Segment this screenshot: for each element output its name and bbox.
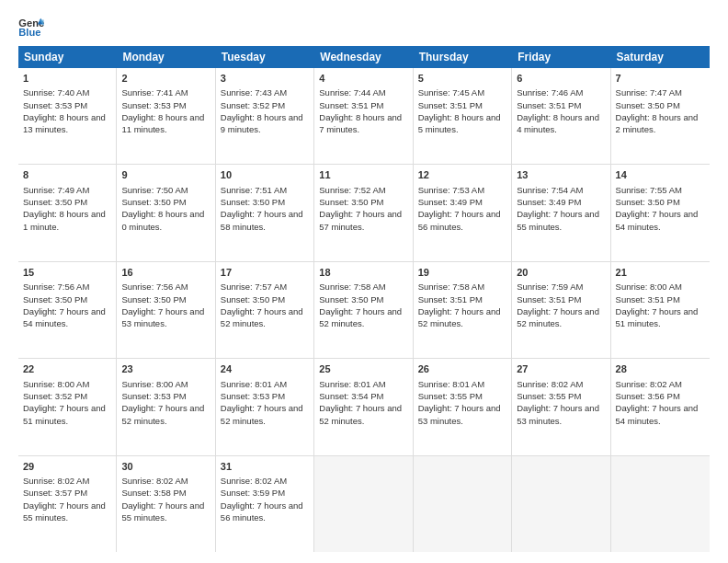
sunrise-info: Sunrise: 7:43 AM — [221, 86, 309, 98]
daylight-label: Daylight: 8 hours and 13 minutes. — [23, 111, 111, 136]
day-cell-28: 28Sunrise: 8:02 AMSunset: 3:56 PMDayligh… — [611, 359, 710, 454]
header-day-thursday: Thursday — [414, 46, 512, 68]
daylight-label: Daylight: 7 hours and 56 minutes. — [221, 500, 309, 524]
day-cell-5: 5Sunrise: 7:45 AMSunset: 3:51 PMDaylight… — [414, 68, 512, 164]
day-number: 30 — [121, 460, 210, 474]
sunset-info: Sunset: 3:51 PM — [418, 99, 506, 111]
daylight-label: Daylight: 7 hours and 53 minutes. — [418, 402, 506, 427]
day-cell-17: 17Sunrise: 7:57 AMSunset: 3:50 PMDayligh… — [216, 262, 314, 358]
day-number: 1 — [23, 72, 111, 86]
sunset-info: Sunset: 3:49 PM — [418, 196, 506, 208]
sunset-info: Sunset: 3:55 PM — [418, 390, 506, 402]
sunset-info: Sunset: 3:50 PM — [319, 196, 407, 208]
logo: General Blue — [18, 17, 44, 39]
empty-cell — [512, 456, 610, 552]
sunset-info: Sunset: 3:50 PM — [23, 196, 111, 208]
day-cell-11: 11Sunrise: 7:52 AMSunset: 3:50 PMDayligh… — [314, 165, 413, 260]
day-cell-16: 16Sunrise: 7:56 AMSunset: 3:50 PMDayligh… — [117, 262, 215, 358]
sunset-info: Sunset: 3:50 PM — [616, 196, 705, 208]
daylight-label: Daylight: 8 hours and 1 minute. — [23, 208, 111, 233]
day-number: 5 — [418, 72, 506, 86]
calendar-body: 1Sunrise: 7:40 AMSunset: 3:53 PMDaylight… — [18, 68, 710, 552]
calendar-row-3: 15Sunrise: 7:56 AMSunset: 3:50 PMDayligh… — [18, 262, 710, 359]
calendar-row-5: 29Sunrise: 8:02 AMSunset: 3:57 PMDayligh… — [18, 456, 710, 552]
day-cell-9: 9Sunrise: 7:50 AMSunset: 3:50 PMDaylight… — [117, 165, 215, 260]
day-number: 18 — [319, 266, 407, 280]
day-cell-6: 6Sunrise: 7:46 AMSunset: 3:51 PMDaylight… — [512, 68, 610, 164]
calendar-row-4: 22Sunrise: 8:00 AMSunset: 3:52 PMDayligh… — [18, 359, 710, 455]
daylight-label: Daylight: 7 hours and 52 minutes. — [319, 305, 407, 330]
sunset-info: Sunset: 3:55 PM — [517, 390, 605, 402]
sunrise-info: Sunrise: 7:54 AM — [517, 184, 605, 196]
day-number: 28 — [616, 362, 705, 376]
sunrise-info: Sunrise: 7:52 AM — [319, 184, 407, 196]
sunrise-info: Sunrise: 7:55 AM — [616, 184, 705, 196]
sunrise-info: Sunrise: 8:02 AM — [517, 378, 605, 390]
day-number: 14 — [616, 168, 705, 182]
sunrise-info: Sunrise: 7:53 AM — [418, 184, 506, 196]
daylight-label: Daylight: 7 hours and 55 minutes. — [121, 500, 210, 524]
sunrise-info: Sunrise: 8:01 AM — [418, 378, 506, 390]
sunrise-info: Sunrise: 7:56 AM — [23, 281, 111, 293]
daylight-label: Daylight: 8 hours and 4 minutes. — [517, 111, 605, 136]
sunset-info: Sunset: 3:51 PM — [319, 99, 407, 111]
sunset-info: Sunset: 3:58 PM — [121, 487, 210, 499]
daylight-label: Daylight: 8 hours and 0 minutes. — [121, 208, 210, 233]
daylight-label: Daylight: 7 hours and 51 minutes. — [616, 305, 705, 330]
day-cell-12: 12Sunrise: 7:53 AMSunset: 3:49 PMDayligh… — [414, 165, 512, 260]
day-number: 29 — [23, 460, 111, 474]
day-number: 6 — [517, 72, 605, 86]
calendar: SundayMondayTuesdayWednesdayThursdayFrid… — [18, 46, 710, 552]
sunrise-info: Sunrise: 8:02 AM — [616, 378, 705, 390]
day-number: 8 — [23, 168, 111, 182]
day-number: 15 — [23, 266, 111, 280]
day-cell-3: 3Sunrise: 7:43 AMSunset: 3:52 PMDaylight… — [216, 68, 314, 164]
day-number: 19 — [418, 266, 506, 280]
day-number: 26 — [418, 362, 506, 376]
sunrise-info: Sunrise: 7:51 AM — [221, 184, 309, 196]
day-number: 7 — [616, 72, 705, 86]
header-day-saturday: Saturday — [611, 46, 710, 68]
sunset-info: Sunset: 3:53 PM — [121, 390, 210, 402]
sunset-info: Sunset: 3:50 PM — [23, 293, 111, 305]
day-cell-29: 29Sunrise: 8:02 AMSunset: 3:57 PMDayligh… — [18, 456, 117, 552]
calendar-row-1: 1Sunrise: 7:40 AMSunset: 3:53 PMDaylight… — [18, 68, 710, 165]
sunset-info: Sunset: 3:53 PM — [121, 99, 210, 111]
day-number: 27 — [517, 362, 605, 376]
sunrise-info: Sunrise: 7:56 AM — [121, 281, 210, 293]
sunrise-info: Sunrise: 8:02 AM — [221, 475, 309, 487]
day-cell-27: 27Sunrise: 8:02 AMSunset: 3:55 PMDayligh… — [512, 359, 610, 454]
empty-cell — [414, 456, 512, 552]
day-number: 21 — [616, 266, 705, 280]
sunrise-info: Sunrise: 8:00 AM — [616, 281, 705, 293]
day-cell-13: 13Sunrise: 7:54 AMSunset: 3:49 PMDayligh… — [512, 165, 610, 260]
sunrise-info: Sunrise: 7:40 AM — [23, 86, 111, 98]
sunset-info: Sunset: 3:50 PM — [121, 293, 210, 305]
sunrise-info: Sunrise: 7:58 AM — [418, 281, 506, 293]
day-cell-22: 22Sunrise: 8:00 AMSunset: 3:52 PMDayligh… — [18, 359, 117, 454]
logo-icon: General Blue — [18, 17, 44, 39]
sunset-info: Sunset: 3:52 PM — [23, 390, 111, 402]
day-cell-14: 14Sunrise: 7:55 AMSunset: 3:50 PMDayligh… — [611, 165, 710, 260]
header-day-monday: Monday — [117, 46, 215, 68]
sunset-info: Sunset: 3:51 PM — [616, 293, 705, 305]
sunrise-info: Sunrise: 7:44 AM — [319, 86, 407, 98]
day-number: 20 — [517, 266, 605, 280]
day-cell-24: 24Sunrise: 8:01 AMSunset: 3:53 PMDayligh… — [216, 359, 314, 454]
calendar-header: SundayMondayTuesdayWednesdayThursdayFrid… — [18, 46, 710, 68]
daylight-label: Daylight: 7 hours and 52 minutes. — [221, 402, 309, 427]
daylight-label: Daylight: 7 hours and 52 minutes. — [121, 402, 210, 427]
day-cell-19: 19Sunrise: 7:58 AMSunset: 3:51 PMDayligh… — [414, 262, 512, 358]
sunrise-info: Sunrise: 7:47 AM — [616, 86, 705, 98]
daylight-label: Daylight: 7 hours and 55 minutes. — [517, 208, 605, 233]
sunset-info: Sunset: 3:51 PM — [517, 293, 605, 305]
daylight-label: Daylight: 7 hours and 54 minutes. — [616, 208, 705, 233]
day-cell-31: 31Sunrise: 8:02 AMSunset: 3:59 PMDayligh… — [216, 456, 314, 552]
sunset-info: Sunset: 3:57 PM — [23, 487, 111, 499]
day-cell-30: 30Sunrise: 8:02 AMSunset: 3:58 PMDayligh… — [117, 456, 215, 552]
day-number: 12 — [418, 168, 506, 182]
day-number: 11 — [319, 168, 407, 182]
day-number: 17 — [221, 266, 309, 280]
day-cell-26: 26Sunrise: 8:01 AMSunset: 3:55 PMDayligh… — [414, 359, 512, 454]
day-number: 22 — [23, 362, 111, 376]
